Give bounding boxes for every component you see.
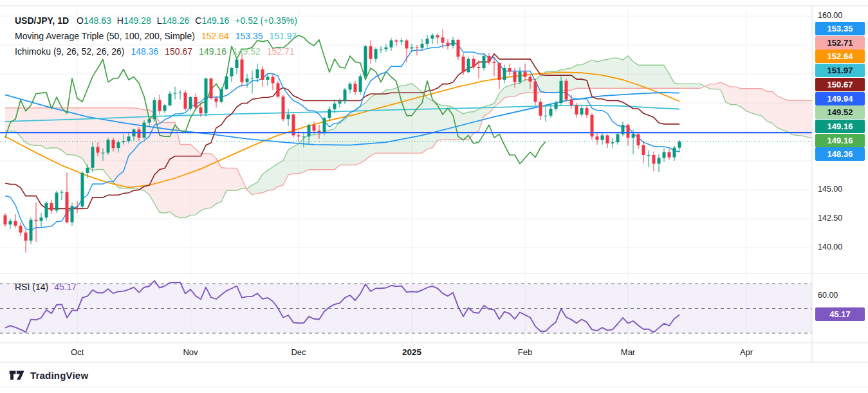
symbol-title: USD/JPY, 1D bbox=[15, 15, 69, 26]
tradingview-attribution[interactable]: TradingView bbox=[9, 370, 88, 381]
price-axis-badge: 153.35 bbox=[815, 22, 865, 35]
price-axis-badge: 152.71 bbox=[815, 36, 865, 50]
price-axis-tick: 160.00 bbox=[818, 11, 842, 20]
ichimoku-values: 148.36150.67149.16149.52152.71 bbox=[131, 46, 300, 57]
time-axis-label-feb: Feb bbox=[518, 347, 532, 357]
tradingview-logo-icon bbox=[9, 370, 25, 381]
rsi-axis-tick: 60.00 bbox=[818, 291, 838, 300]
ohlc-values: O148.63H149.28L148.26C149.16+0.52 (+0.35… bbox=[77, 15, 297, 26]
rsi-indicator-label: RSI (14) bbox=[15, 282, 48, 292]
price-axis-tick: 142.50 bbox=[818, 214, 842, 223]
indicator-value: 151.97 bbox=[270, 31, 297, 41]
legend-ichimoku-row[interactable]: Ichimoku (9, 26, 52, 26, 26)148.36150.67… bbox=[15, 44, 303, 59]
legend-ma-row[interactable]: Moving Average Triple (50, 100, 200, Sim… bbox=[15, 28, 303, 44]
price-axis-badge: 150.67 bbox=[815, 78, 865, 91]
price-axis-badge: 149.16 bbox=[815, 134, 865, 147]
indicator-value: 152.64 bbox=[201, 31, 229, 41]
ohlc-pair: O148.63 bbox=[77, 15, 111, 26]
ohlc-pair: C149.16 bbox=[195, 15, 229, 26]
time-axis-label-oct: Oct bbox=[71, 347, 84, 357]
price-axis-badge: 149.94 bbox=[815, 92, 865, 105]
ohlc-pair: L148.26 bbox=[157, 15, 190, 26]
rsi-value-badge: 45.17 bbox=[815, 307, 865, 321]
rsi-value: 45.17 bbox=[54, 282, 77, 292]
ma-indicator-label: Moving Average Triple (50, 100, 200, Sim… bbox=[15, 31, 195, 41]
tradingview-brand-text: TradingView bbox=[30, 370, 88, 381]
change-value: +0.52 (+0.35%) bbox=[235, 15, 297, 26]
indicator-value: 152.71 bbox=[267, 46, 295, 57]
indicator-value: 153.35 bbox=[235, 31, 263, 41]
indicator-value: 148.36 bbox=[131, 46, 158, 57]
time-axis-label-nov: Nov bbox=[183, 347, 198, 357]
ma-values: 152.64153.35151.97 bbox=[201, 31, 303, 41]
time-axis-label-apr: Apr bbox=[740, 347, 753, 357]
legend-symbol-row[interactable]: USD/JPY, 1DO148.63H149.28L148.26C149.16+… bbox=[15, 13, 303, 28]
price-axis-badge: 148.36 bbox=[815, 147, 865, 161]
ohlc-pair: H149.28 bbox=[117, 15, 151, 26]
price-axis-tick: 145.00 bbox=[818, 185, 842, 194]
chart-legend: USD/JPY, 1DO148.63H149.28L148.26C149.16+… bbox=[15, 13, 303, 59]
ichimoku-indicator-label: Ichimoku (9, 26, 52, 26, 26) bbox=[15, 46, 124, 57]
indicator-value: 149.52 bbox=[233, 46, 261, 57]
indicator-value: 149.16 bbox=[199, 46, 226, 57]
price-axis-badge: 149.16 bbox=[815, 120, 865, 133]
rsi-legend-row[interactable]: RSI (14) 45.17 bbox=[15, 282, 77, 292]
rsi-pane bbox=[0, 280, 812, 333]
price-axis-badge: 152.64 bbox=[815, 50, 865, 63]
time-axis-label-2025: 2025 bbox=[402, 347, 421, 357]
time-axis-label-mar: Mar bbox=[621, 347, 635, 357]
price-axis-badge: 149.52 bbox=[815, 105, 865, 119]
price-axis-badge: 151.97 bbox=[815, 64, 865, 77]
indicator-value: 150.67 bbox=[165, 46, 192, 57]
price-axis-tick: 140.00 bbox=[818, 242, 842, 251]
tradingview-chart-widget: USD/JPY, 1DO148.63H149.28L148.26C149.16+… bbox=[0, 0, 868, 393]
time-axis-label-dec: Dec bbox=[291, 347, 306, 357]
